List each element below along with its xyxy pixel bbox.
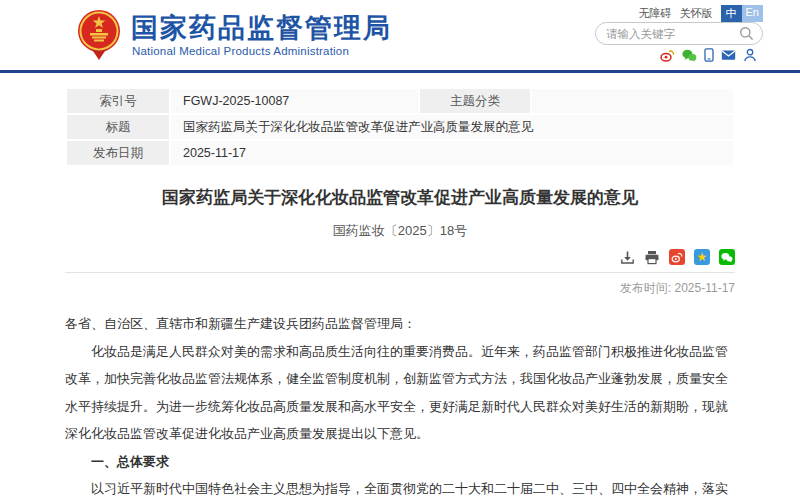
weibo-icon[interactable] (660, 49, 675, 62)
share-qzone-icon[interactable]: ★ (694, 249, 710, 265)
meta-value-index: FGWJ-2025-10087 (171, 89, 418, 113)
language-toggle: 中 En (721, 5, 763, 22)
social-links (660, 48, 757, 62)
paragraph: 化妆品是满足人民群众对美的需求和高品质生活向往的重要消费品。近年来，药品监管部门… (65, 338, 735, 448)
meta-label-index: 索引号 (67, 89, 169, 113)
document-toolbar: ★ (65, 249, 735, 265)
paragraph: 以习近平新时代中国特色社会主义思想为指导，全面贯彻党的二十大和二十届二中、三中、… (65, 475, 735, 502)
meta-label-date: 发布日期 (67, 141, 169, 165)
user-icon[interactable] (743, 48, 757, 62)
accessibility-link[interactable]: 无障碍 (639, 6, 672, 21)
table-row: 发布日期 2025-11-17 (67, 141, 733, 165)
table-row: 索引号 FGWJ-2025-10087 主题分类 (67, 89, 733, 113)
toolbar-divider (65, 272, 735, 273)
search-input[interactable] (604, 27, 739, 41)
publish-time-label: 发布时间: (620, 281, 671, 295)
site-subtitle: National Medical Products Administration (132, 45, 349, 57)
table-row: 标题 国家药监局关于深化化妆品监管改革促进产业高质量发展的意见 (67, 115, 733, 139)
care-version-link[interactable]: 关怀版 (680, 6, 713, 21)
lang-en-button[interactable]: En (742, 5, 763, 22)
publish-time: 发布时间: 2025-11-17 (65, 280, 735, 297)
header-divider (0, 70, 800, 73)
meta-value-topic (532, 89, 733, 113)
content-area: 索引号 FGWJ-2025-10087 主题分类 标题 国家药监局关于深化化妆品… (65, 87, 735, 502)
page-title: 国家药监局关于深化化妆品监管改革促进产业高质量发展的意见 (65, 186, 735, 209)
share-weibo-icon[interactable] (669, 249, 685, 265)
meta-value-title: 国家药监局关于深化化妆品监管改革促进产业高质量发展的意见 (171, 115, 733, 139)
mail-icon[interactable] (721, 49, 736, 61)
search-icon[interactable] (739, 26, 754, 41)
meta-label-topic: 主题分类 (420, 89, 530, 113)
lang-zh-button[interactable]: 中 (721, 5, 742, 22)
utility-nav: 无障碍 关怀版 中 En (639, 5, 763, 22)
wechat-icon[interactable] (682, 49, 697, 62)
meta-value-date: 2025-11-17 (171, 141, 733, 165)
document-body: 各省、自治区、直辖市和新疆生产建设兵团药品监督管理局： 化妆品是满足人民群众对美… (65, 310, 735, 502)
salutation: 各省、自治区、直辖市和新疆生产建设兵团药品监督管理局： (65, 310, 735, 338)
star-glyph: ★ (697, 251, 708, 263)
search-box (595, 22, 763, 45)
section-heading: 一、总体要求 (65, 448, 735, 476)
document-meta-table: 索引号 FGWJ-2025-10087 主题分类 标题 国家药监局关于深化化妆品… (65, 87, 735, 167)
national-emblem-icon (75, 9, 123, 61)
publish-time-value: 2025-11-17 (675, 281, 736, 295)
print-icon[interactable] (644, 250, 660, 265)
download-icon[interactable] (620, 250, 635, 265)
document-number: 国药监妆〔2025〕18号 (65, 222, 735, 240)
share-wechat-icon[interactable] (719, 249, 735, 265)
mobile-icon[interactable] (704, 48, 714, 62)
site-title: 国家药品监督管理局 (131, 10, 392, 46)
meta-label-title: 标题 (67, 115, 169, 139)
site-header: 国家药品监督管理局 National Medical Products Admi… (0, 0, 800, 70)
